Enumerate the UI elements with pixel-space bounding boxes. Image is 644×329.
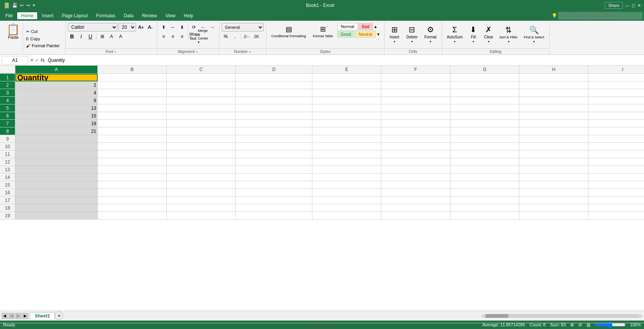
list-item[interactable]	[450, 81, 519, 89]
border-btn[interactable]: ⊞	[98, 32, 107, 41]
list-item[interactable]	[381, 197, 450, 204]
list-item[interactable]	[167, 158, 236, 166]
list-item[interactable]	[98, 150, 167, 158]
list-item[interactable]	[450, 158, 519, 166]
list-item[interactable]	[519, 189, 588, 197]
menu-home[interactable]: Home	[17, 12, 37, 19]
list-item[interactable]	[519, 120, 588, 127]
font-expand-icon[interactable]: ↘	[114, 50, 117, 53]
search-input[interactable]	[558, 12, 642, 20]
list-item[interactable]: 19	[15, 120, 98, 127]
list-item[interactable]	[167, 135, 236, 143]
list-item[interactable]	[167, 89, 236, 97]
list-item[interactable]	[15, 212, 98, 220]
list-item[interactable]	[98, 112, 167, 120]
list-item[interactable]	[450, 120, 519, 127]
list-item[interactable]	[519, 174, 588, 181]
list-item[interactable]	[381, 97, 450, 104]
list-item[interactable]	[519, 104, 588, 112]
list-item[interactable]	[519, 135, 588, 143]
list-item[interactable]	[588, 81, 644, 89]
menu-view[interactable]: View	[162, 12, 179, 19]
autosum-btn[interactable]: Σ AutoSum ▾	[444, 23, 465, 45]
list-item[interactable]	[312, 197, 381, 204]
menu-insert[interactable]: Insert	[38, 12, 57, 19]
comma-btn[interactable]: ,	[231, 32, 239, 41]
list-item[interactable]	[98, 174, 167, 181]
row-header-4[interactable]: 4	[0, 97, 15, 104]
list-item[interactable]: 21	[15, 127, 98, 135]
list-item[interactable]	[236, 104, 312, 112]
clear-btn[interactable]: ✗ Clear ▾	[481, 23, 496, 45]
menu-page-layout[interactable]: Page Layout	[58, 12, 91, 19]
list-item[interactable]	[98, 197, 167, 204]
list-item[interactable]	[167, 189, 236, 197]
align-bottom-btn[interactable]: ⬇	[178, 23, 186, 31]
menu-review[interactable]: Review	[138, 12, 161, 19]
col-header-b[interactable]: B	[98, 66, 167, 73]
list-item[interactable]	[312, 204, 381, 212]
list-item[interactable]	[15, 135, 98, 143]
decrease-font-btn[interactable]: A-	[146, 23, 154, 31]
merge-center-btn[interactable]: Merge &Center ▾	[199, 32, 207, 41]
list-item[interactable]	[519, 127, 588, 135]
list-item[interactable]	[519, 89, 588, 97]
format-table-btn[interactable]: ⊞ Format Table	[310, 23, 335, 40]
list-item[interactable]	[381, 143, 450, 150]
list-item[interactable]	[167, 74, 236, 81]
bold-btn[interactable]: B	[68, 32, 76, 41]
list-item[interactable]	[15, 166, 98, 174]
row-header-12[interactable]: 12	[0, 158, 15, 166]
list-item[interactable]	[167, 97, 236, 104]
sheet-scroll-left2-btn[interactable]: ◁	[8, 313, 15, 319]
list-item[interactable]	[588, 127, 644, 135]
list-item[interactable]	[588, 197, 644, 204]
list-item[interactable]	[98, 181, 167, 189]
fill-btn[interactable]: ⬇ Fill ▾	[466, 23, 481, 45]
list-item[interactable]	[381, 127, 450, 135]
list-item[interactable]	[381, 112, 450, 120]
list-item[interactable]	[236, 150, 312, 158]
list-item[interactable]	[15, 150, 98, 158]
row-header-8[interactable]: 8	[0, 127, 15, 135]
list-item[interactable]	[312, 212, 381, 220]
col-header-e[interactable]: E	[312, 66, 381, 73]
list-item[interactable]	[167, 166, 236, 174]
list-item[interactable]	[312, 127, 381, 135]
sort-filter-btn[interactable]: ⇅ Sort & Filter ▾	[497, 23, 521, 45]
style-good[interactable]: Good	[337, 31, 355, 38]
list-item[interactable]	[98, 166, 167, 174]
list-item[interactable]	[450, 166, 519, 174]
list-item[interactable]	[588, 143, 644, 150]
row-header-11[interactable]: 11	[0, 150, 15, 158]
list-item[interactable]	[236, 212, 312, 220]
list-item[interactable]	[588, 189, 644, 197]
list-item[interactable]	[588, 104, 644, 112]
list-item[interactable]	[15, 143, 98, 150]
list-item[interactable]	[98, 135, 167, 143]
list-item[interactable]	[167, 212, 236, 220]
list-item[interactable]	[167, 120, 236, 127]
align-left-btn[interactable]: ≡	[159, 32, 168, 41]
list-item[interactable]	[450, 197, 519, 204]
list-item[interactable]	[450, 181, 519, 189]
cut-button[interactable]: ✂ Cut	[25, 29, 61, 35]
list-item[interactable]	[312, 135, 381, 143]
quick-access-dropdown[interactable]: ▼	[32, 3, 36, 7]
list-item[interactable]	[98, 89, 167, 97]
increase-decimal-btn[interactable]: .00	[252, 32, 260, 41]
alignment-expand-icon[interactable]: ↘	[196, 50, 198, 53]
share-button[interactable]: Share	[605, 2, 623, 9]
sheet-scroll-right-btn[interactable]: ▶	[22, 313, 28, 319]
list-item[interactable]	[236, 189, 312, 197]
list-item[interactable]	[450, 150, 519, 158]
list-item[interactable]	[588, 120, 644, 127]
clipboard-expand-icon[interactable]: ↘	[329, 324, 332, 328]
list-item[interactable]	[381, 150, 450, 158]
list-item[interactable]	[312, 104, 381, 112]
list-item[interactable]	[167, 104, 236, 112]
list-item[interactable]	[167, 197, 236, 204]
sheet-tab-sheet1[interactable]: Sheet1	[30, 312, 55, 319]
formula-cancel-icon[interactable]: ✕	[30, 58, 34, 63]
list-item[interactable]	[312, 158, 381, 166]
